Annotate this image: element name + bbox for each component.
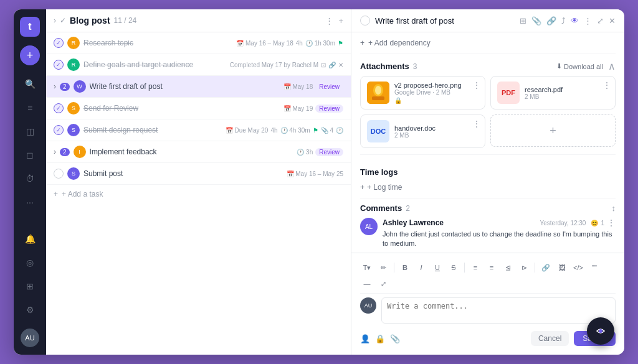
task-avatar: R <box>67 37 80 49</box>
attachment-card[interactable]: DOC handover.doc 2 MB ⋮ <box>360 114 485 148</box>
layout-icon[interactable]: ◫ <box>20 121 40 141</box>
app-logo[interactable]: t <box>20 17 40 37</box>
expand-icon[interactable]: › <box>54 147 56 156</box>
task-date: 📅 May 16 – May 18 <box>236 40 293 47</box>
italic-tool[interactable]: I <box>414 261 428 274</box>
onethread-badge[interactable] <box>587 317 614 345</box>
task-panel-header: › ✓ Blog post 11 / 24 ⋮ + <box>46 9 351 32</box>
search-icon[interactable]: 🔍 <box>20 74 40 94</box>
comment-menu-icon[interactable]: ⋮ <box>607 218 616 228</box>
task-meta: 🕐 3h Review <box>297 148 343 156</box>
outdent-tool[interactable]: ⊴ <box>501 261 515 274</box>
attach-icon[interactable]: 📎 <box>390 334 400 343</box>
collapse-icon[interactable]: ∧ <box>608 60 616 72</box>
numbered-list-tool[interactable]: ≡ <box>485 261 498 274</box>
add-attachment-button[interactable]: + <box>490 114 616 147</box>
divider-tool[interactable]: — <box>360 277 374 291</box>
add-task-label: + Add a task <box>62 190 103 198</box>
pen-tool[interactable]: ✏ <box>376 261 390 274</box>
task-row-active[interactable]: › 2 W Write first draft of post 📅 May 18… <box>46 76 351 98</box>
attachment-card[interactable]: v2 proposed-hero.png Google Drive · 2 MB… <box>360 76 485 110</box>
log-time-button[interactable]: + + Log time <box>360 183 616 192</box>
editor-user-avatar: AU <box>360 297 376 314</box>
task-row[interactable]: S Send for Review 📅 May 19 Review <box>46 98 351 119</box>
copy-icon: ⊡ <box>321 62 326 68</box>
quote-tool[interactable]: "" <box>588 261 601 274</box>
review-badge: Review <box>315 105 343 113</box>
more-icon[interactable]: ⋮ <box>584 16 592 26</box>
comment-author: Ashley Lawrence <box>383 218 444 227</box>
emoji-icon[interactable]: 😊 <box>591 220 598 226</box>
comment-reactions: 😊 1 ⋮ <box>591 218 616 228</box>
task-date: 📅 May 19 <box>283 105 313 112</box>
bullet-list-tool[interactable]: ≡ <box>469 261 482 274</box>
underline-tool[interactable]: U <box>431 261 444 274</box>
task-avatar: R <box>67 58 80 71</box>
expand-icon[interactable]: ⤢ <box>597 16 604 26</box>
list-icon[interactable]: ≡ <box>20 98 40 118</box>
task-row[interactable]: R Research topic 📅 May 16 – May 18 4h 🕐 … <box>46 32 351 54</box>
task-name: Research topic <box>83 39 232 47</box>
detail-title: Write first draft of post <box>375 16 515 26</box>
more-icon[interactable]: ··· <box>20 192 40 212</box>
close-icon[interactable]: ✕ <box>609 16 616 26</box>
comment-body: Ashley Lawrence Yesterday, 12:30 😊 1 ⋮ J… <box>383 218 616 249</box>
mention-icon[interactable]: 👤 <box>360 334 370 343</box>
task-row[interactable]: › 2 I Implement feedback 🕐 3h Review <box>46 141 351 163</box>
panel-menu-icon[interactable]: ⋮ <box>325 16 333 26</box>
task-meta: 📅 May 16 – May 25 <box>287 170 343 177</box>
attachment-menu-icon[interactable]: ⋮ <box>472 80 481 90</box>
table-icon[interactable]: ⊞ <box>520 16 526 26</box>
expand-icon[interactable]: › <box>54 82 56 91</box>
attachment-card[interactable]: PDF research.pdf 2 MB ⋮ <box>490 76 616 110</box>
attachment-menu-icon[interactable]: ⋮ <box>472 119 481 129</box>
add-task-button[interactable]: + + Add a task <box>46 185 351 203</box>
circle-icon[interactable]: ◎ <box>20 253 40 273</box>
task-name: Submit post <box>83 169 283 178</box>
task-row[interactable]: S Submit post 📅 May 16 – May 25 <box>46 163 351 185</box>
user-avatar[interactable]: AU <box>21 329 39 347</box>
code-tool[interactable]: </> <box>571 261 585 274</box>
attach-icon[interactable]: 📎 <box>531 16 541 26</box>
panel-add-icon[interactable]: + <box>338 16 343 26</box>
add-button[interactable]: + <box>20 45 40 65</box>
comment-time: Yesterday, 12:30 <box>540 220 586 226</box>
collapse-chevron[interactable]: › <box>54 16 56 25</box>
section-actions: ⬇ Download all ∧ <box>556 60 616 72</box>
download-all-button[interactable]: ⬇ Download all <box>556 62 603 70</box>
eye-icon[interactable]: 👁 <box>571 16 579 26</box>
grid-icon[interactable]: ⊞ <box>20 276 40 296</box>
task-meta: 📅 May 19 Review <box>283 105 343 113</box>
timer-icon[interactable]: ⏱ <box>20 169 40 189</box>
strikethrough-tool[interactable]: S <box>447 261 460 274</box>
link-icon[interactable]: 🔗 <box>546 16 556 26</box>
add-attach-icon: + <box>550 124 556 138</box>
cancel-button[interactable]: Cancel <box>531 331 569 346</box>
indent-tool[interactable]: ⊳ <box>517 261 531 274</box>
attachment-menu-icon[interactable]: ⋮ <box>602 80 611 90</box>
comment-input[interactable] <box>381 297 616 324</box>
fullscreen-tool[interactable]: ⤢ <box>376 277 390 291</box>
attachment-size: 2 MB <box>525 93 609 100</box>
share-icon[interactable]: ⤴ <box>561 16 566 26</box>
add-dependency-button[interactable]: + + Add dependency <box>360 32 616 54</box>
image-tool[interactable]: 🖼 <box>555 261 569 274</box>
text-style-tool[interactable]: T▾ <box>360 261 374 274</box>
settings-icon[interactable]: ⚙ <box>20 300 40 320</box>
lock-icon[interactable]: 🔒 <box>375 334 385 343</box>
editor-footer: 👤 🔒 📎 Cancel Save & <box>360 327 616 350</box>
comment-text: John the client just contacted us to cha… <box>383 230 616 249</box>
task-date: 📅 May 16 – May 25 <box>287 170 343 177</box>
bold-tool[interactable]: B <box>398 261 412 274</box>
panel-check-icon: ✓ <box>60 16 66 25</box>
attachment-thumbnail: DOC <box>367 120 389 142</box>
task-row[interactable]: S Submit design request 📅 Due May 20 4h … <box>46 119 351 141</box>
task-row[interactable]: R Define goals and target audience Compl… <box>46 54 351 76</box>
detail-task-check[interactable] <box>360 16 370 26</box>
link-tool[interactable]: 🔗 <box>539 261 553 274</box>
task-duration: 4h <box>270 127 277 134</box>
folder-icon[interactable]: ◻ <box>20 145 40 165</box>
sort-icon[interactable]: ↕ <box>612 203 616 213</box>
bell-icon[interactable]: 🔔 <box>20 229 40 249</box>
task-name: Submit design request <box>83 126 222 134</box>
